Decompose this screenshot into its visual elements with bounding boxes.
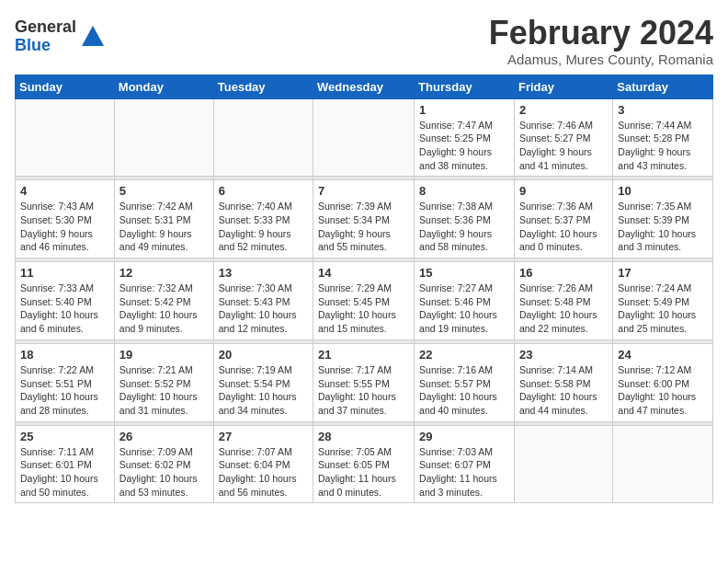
- calendar-cell: 14Sunrise: 7:29 AMSunset: 5:45 PMDayligh…: [313, 262, 415, 340]
- day-info: Sunrise: 7:38 AMSunset: 5:36 PMDaylight:…: [419, 200, 509, 254]
- day-info: Sunrise: 7:44 AMSunset: 5:28 PMDaylight:…: [618, 119, 708, 173]
- day-number: 11: [20, 266, 109, 280]
- day-number: 8: [419, 184, 509, 198]
- calendar-cell: 22Sunrise: 7:16 AMSunset: 5:57 PMDayligh…: [415, 343, 515, 421]
- day-number: 19: [119, 348, 209, 362]
- calendar-cell: [16, 98, 115, 177]
- calendar-cell: 29Sunrise: 7:03 AMSunset: 6:07 PMDayligh…: [415, 425, 515, 503]
- day-info: Sunrise: 7:26 AMSunset: 5:48 PMDaylight:…: [519, 282, 608, 336]
- day-number: 20: [219, 348, 308, 362]
- calendar-cell: [613, 425, 713, 503]
- day-number: 5: [119, 184, 209, 198]
- day-number: 25: [20, 430, 109, 443]
- calendar-cell: 20Sunrise: 7:19 AMSunset: 5:54 PMDayligh…: [213, 343, 313, 421]
- day-info: Sunrise: 7:29 AMSunset: 5:45 PMDaylight:…: [318, 282, 409, 336]
- day-number: 26: [119, 430, 209, 443]
- calendar-cell: 12Sunrise: 7:32 AMSunset: 5:42 PMDayligh…: [114, 262, 213, 340]
- weekday-header: Friday: [514, 75, 612, 98]
- calendar-title: February 2024: [489, 15, 713, 52]
- day-info: Sunrise: 7:30 AMSunset: 5:43 PMDaylight:…: [219, 282, 308, 336]
- day-number: 14: [318, 266, 409, 280]
- calendar-cell: 26Sunrise: 7:09 AMSunset: 6:02 PMDayligh…: [114, 425, 213, 503]
- calendar-cell: [114, 98, 213, 177]
- day-info: Sunrise: 7:24 AMSunset: 5:49 PMDaylight:…: [618, 282, 708, 336]
- day-info: Sunrise: 7:03 AMSunset: 6:07 PMDaylight:…: [419, 445, 509, 500]
- header: General Blue February 2024 Adamus, Mures…: [15, 15, 713, 67]
- weekday-header: Sunday: [16, 75, 115, 98]
- calendar-cell: 17Sunrise: 7:24 AMSunset: 5:49 PMDayligh…: [613, 262, 713, 340]
- calendar-cell: 4Sunrise: 7:43 AMSunset: 5:30 PMDaylight…: [16, 180, 115, 259]
- logo-line1: General: [15, 18, 76, 37]
- day-number: 21: [318, 348, 409, 362]
- day-info: Sunrise: 7:05 AMSunset: 6:05 PMDaylight:…: [318, 445, 409, 500]
- day-info: Sunrise: 7:27 AMSunset: 5:46 PMDaylight:…: [419, 282, 509, 336]
- day-info: Sunrise: 7:14 AMSunset: 5:58 PMDaylight:…: [519, 363, 608, 418]
- calendar-cell: 23Sunrise: 7:14 AMSunset: 5:58 PMDayligh…: [514, 343, 612, 421]
- day-number: 17: [618, 266, 708, 280]
- day-number: 16: [519, 266, 608, 280]
- calendar-cell: 25Sunrise: 7:11 AMSunset: 6:01 PMDayligh…: [16, 425, 115, 503]
- day-number: 10: [618, 184, 708, 198]
- weekday-header: Thursday: [415, 75, 515, 98]
- day-number: 23: [519, 348, 608, 362]
- day-info: Sunrise: 7:11 AMSunset: 6:01 PMDaylight:…: [20, 445, 109, 500]
- day-info: Sunrise: 7:17 AMSunset: 5:55 PMDaylight:…: [318, 363, 409, 418]
- calendar-cell: 27Sunrise: 7:07 AMSunset: 6:04 PMDayligh…: [213, 425, 313, 503]
- day-info: Sunrise: 7:22 AMSunset: 5:51 PMDaylight:…: [20, 363, 109, 418]
- calendar-week-row: 11Sunrise: 7:33 AMSunset: 5:40 PMDayligh…: [16, 262, 713, 340]
- calendar-cell: 24Sunrise: 7:12 AMSunset: 6:00 PMDayligh…: [613, 343, 713, 421]
- day-number: 2: [519, 103, 608, 117]
- calendar-cell: 16Sunrise: 7:26 AMSunset: 5:48 PMDayligh…: [514, 262, 612, 340]
- day-info: Sunrise: 7:40 AMSunset: 5:33 PMDaylight:…: [219, 200, 308, 254]
- calendar-cell: 3Sunrise: 7:44 AMSunset: 5:28 PMDaylight…: [613, 98, 713, 177]
- logo-line2: Blue: [15, 37, 76, 55]
- day-number: 15: [419, 266, 509, 280]
- calendar-cell: 2Sunrise: 7:46 AMSunset: 5:27 PMDaylight…: [514, 98, 612, 177]
- day-info: Sunrise: 7:32 AMSunset: 5:42 PMDaylight:…: [119, 282, 209, 336]
- day-number: 13: [219, 266, 308, 280]
- calendar-cell: 13Sunrise: 7:30 AMSunset: 5:43 PMDayligh…: [213, 262, 313, 340]
- day-number: 4: [20, 184, 109, 198]
- day-info: Sunrise: 7:09 AMSunset: 6:02 PMDaylight:…: [119, 445, 209, 500]
- calendar-cell: 8Sunrise: 7:38 AMSunset: 5:36 PMDaylight…: [415, 180, 515, 259]
- day-info: Sunrise: 7:33 AMSunset: 5:40 PMDaylight:…: [20, 282, 109, 336]
- day-number: 9: [519, 184, 608, 198]
- day-number: 27: [219, 430, 308, 443]
- day-info: Sunrise: 7:16 AMSunset: 5:57 PMDaylight:…: [419, 363, 509, 418]
- day-number: 12: [119, 266, 209, 280]
- day-info: Sunrise: 7:12 AMSunset: 6:00 PMDaylight:…: [618, 363, 708, 418]
- calendar-cell: 19Sunrise: 7:21 AMSunset: 5:52 PMDayligh…: [114, 343, 213, 421]
- day-info: Sunrise: 7:35 AMSunset: 5:39 PMDaylight:…: [618, 200, 708, 254]
- day-number: 7: [318, 184, 409, 198]
- day-number: 3: [618, 103, 708, 117]
- calendar-cell: 9Sunrise: 7:36 AMSunset: 5:37 PMDaylight…: [514, 180, 612, 259]
- calendar-week-row: 25Sunrise: 7:11 AMSunset: 6:01 PMDayligh…: [16, 425, 713, 503]
- day-number: 28: [318, 430, 409, 443]
- calendar-table: SundayMondayTuesdayWednesdayThursdayFrid…: [15, 75, 713, 504]
- day-info: Sunrise: 7:46 AMSunset: 5:27 PMDaylight:…: [519, 119, 608, 173]
- day-info: Sunrise: 7:19 AMSunset: 5:54 PMDaylight:…: [219, 363, 308, 418]
- weekday-header: Saturday: [613, 75, 713, 98]
- calendar-week-row: 1Sunrise: 7:47 AMSunset: 5:25 PMDaylight…: [16, 98, 713, 177]
- day-info: Sunrise: 7:42 AMSunset: 5:31 PMDaylight:…: [119, 200, 209, 254]
- calendar-cell: 28Sunrise: 7:05 AMSunset: 6:05 PMDayligh…: [313, 425, 415, 503]
- calendar-cell: [514, 425, 612, 503]
- svg-marker-0: [82, 26, 104, 46]
- day-info: Sunrise: 7:43 AMSunset: 5:30 PMDaylight:…: [20, 200, 109, 254]
- calendar-cell: 7Sunrise: 7:39 AMSunset: 5:34 PMDaylight…: [313, 180, 415, 259]
- day-number: 29: [419, 430, 509, 443]
- logo-text: General Blue: [15, 18, 76, 55]
- day-info: Sunrise: 7:39 AMSunset: 5:34 PMDaylight:…: [318, 200, 409, 254]
- calendar-cell: [313, 98, 415, 177]
- calendar-cell: 1Sunrise: 7:47 AMSunset: 5:25 PMDaylight…: [415, 98, 515, 177]
- day-info: Sunrise: 7:36 AMSunset: 5:37 PMDaylight:…: [519, 200, 608, 254]
- weekday-header: Wednesday: [313, 75, 415, 98]
- weekday-header: Tuesday: [213, 75, 313, 98]
- day-number: 6: [219, 184, 308, 198]
- logo-icon: [80, 24, 106, 50]
- weekday-header: Monday: [114, 75, 213, 98]
- calendar-cell: 15Sunrise: 7:27 AMSunset: 5:46 PMDayligh…: [415, 262, 515, 340]
- calendar-cell: 11Sunrise: 7:33 AMSunset: 5:40 PMDayligh…: [16, 262, 115, 340]
- calendar-cell: 5Sunrise: 7:42 AMSunset: 5:31 PMDaylight…: [114, 180, 213, 259]
- calendar-week-row: 4Sunrise: 7:43 AMSunset: 5:30 PMDaylight…: [16, 180, 713, 259]
